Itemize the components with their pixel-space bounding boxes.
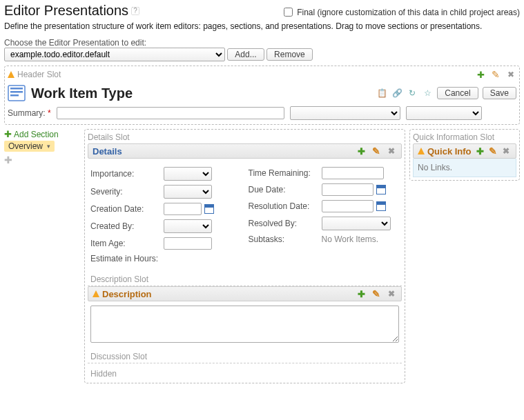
- calendar-icon[interactable]: [376, 185, 386, 194]
- description-textarea[interactable]: [90, 306, 399, 343]
- cancel-button[interactable]: Cancel: [437, 87, 478, 99]
- delete-icon[interactable]: [501, 146, 512, 157]
- description-slot-label: Description Slot: [88, 273, 402, 286]
- discussion-slot-label: Discussion Slot: [88, 350, 402, 363]
- svg-rect-3: [10, 94, 19, 97]
- details-slot-label: Details Slot: [88, 132, 130, 142]
- resolved-by-label: Resolved By:: [249, 219, 318, 228]
- help-icon[interactable]: ?: [131, 7, 139, 15]
- quick-info-header: Quick Information: [413, 143, 516, 159]
- created-by-label: Created By:: [90, 221, 159, 231]
- severity-select[interactable]: [164, 185, 212, 199]
- calendar-icon[interactable]: [376, 201, 386, 211]
- add-section-button[interactable]: Add Section: [4, 129, 80, 139]
- subtasks-value: No Work Items.: [322, 234, 400, 244]
- toolbar-icon-4[interactable]: ☆: [422, 88, 433, 99]
- details-slot: Details Slot Details Importance: Severit…: [84, 129, 405, 383]
- quick-info-body: No Links.: [413, 159, 516, 177]
- summary-select-2[interactable]: [406, 106, 482, 120]
- toolbar-icon-2[interactable]: 🔗: [391, 88, 402, 99]
- summary-select-1[interactable]: [290, 106, 400, 120]
- time-remaining-label: Time Remaining:: [249, 168, 318, 178]
- delete-icon[interactable]: [505, 69, 516, 80]
- hidden-slot-label: Hidden: [88, 368, 402, 380]
- quick-info-slot-label: Quick Information Slot: [413, 132, 494, 142]
- item-age-input[interactable]: [164, 237, 212, 250]
- tab-overview-label: Overview: [8, 141, 43, 151]
- delete-icon[interactable]: [386, 288, 397, 299]
- page-title: Editor Presentations ?: [4, 3, 139, 19]
- due-date-input[interactable]: [322, 183, 373, 196]
- header-slot: Header Slot Work Item Type 📋 🔗 ↻ ☆ Cance…: [4, 66, 520, 125]
- description-header: Description: [88, 286, 402, 301]
- add-icon[interactable]: [475, 69, 486, 80]
- item-age-label: Item Age:: [90, 239, 159, 248]
- estimate-label: Estimate in Hours:: [90, 254, 158, 263]
- page-title-text: Editor Presentations: [4, 3, 128, 19]
- sidebar: Add Section Overview ▾ ✚: [4, 129, 80, 166]
- toolbar-icon-1[interactable]: 📋: [376, 88, 387, 99]
- summary-input[interactable]: [57, 107, 284, 119]
- resolved-by-select[interactable]: [322, 217, 391, 230]
- due-date-label: Due Date:: [249, 185, 318, 194]
- toolbar-icon-3[interactable]: ↻: [407, 88, 418, 99]
- created-by-select[interactable]: [164, 219, 212, 233]
- final-checkbox[interactable]: [284, 8, 293, 17]
- svg-rect-2: [10, 91, 23, 93]
- chevron-down-icon: ▾: [47, 143, 50, 150]
- remove-editor-button[interactable]: Remove: [266, 48, 313, 61]
- edit-icon[interactable]: [371, 288, 382, 299]
- importance-label: Importance:: [90, 169, 159, 179]
- resolution-date-label: Resolution Date:: [249, 201, 318, 211]
- creation-date-label: Creation Date:: [90, 204, 159, 214]
- svg-rect-1: [10, 88, 23, 90]
- final-checkbox-label: Final (ignore customization of this data…: [297, 8, 520, 17]
- tab-overview[interactable]: Overview ▾: [4, 141, 55, 152]
- quick-info-slot: Quick Information Slot Quick Information…: [409, 129, 520, 181]
- calendar-icon[interactable]: [204, 204, 214, 214]
- details-header: Details: [88, 143, 402, 159]
- delete-icon[interactable]: [386, 146, 397, 157]
- work-item-type-icon: [8, 84, 26, 102]
- plus-icon: [4, 129, 12, 139]
- summary-label: Summary: *: [8, 108, 51, 118]
- resolution-date-input[interactable]: [322, 200, 373, 212]
- edit-icon[interactable]: [487, 146, 498, 157]
- subtasks-label: Subtasks:: [249, 234, 318, 244]
- importance-select[interactable]: [164, 167, 212, 181]
- page-description: Define the presentation structure of wor…: [4, 21, 520, 31]
- time-remaining-input[interactable]: [322, 167, 384, 179]
- add-icon[interactable]: [356, 288, 367, 299]
- editor-presentation-select[interactable]: example.todo.editor.default: [4, 48, 225, 61]
- final-checkbox-row[interactable]: Final (ignore customization of this data…: [281, 6, 520, 19]
- edit-icon[interactable]: [371, 146, 382, 157]
- header-slot-label: Header Slot: [17, 70, 61, 79]
- severity-label: Severity:: [90, 187, 159, 197]
- add-icon[interactable]: [474, 146, 485, 157]
- warning-icon: [93, 290, 99, 297]
- add-tab-icon[interactable]: ✚: [4, 154, 80, 166]
- warning-icon: [8, 71, 14, 78]
- edit-icon[interactable]: [490, 69, 501, 80]
- add-icon[interactable]: [356, 146, 367, 157]
- add-editor-button[interactable]: Add...: [227, 48, 264, 61]
- work-item-type-title: Work Item Type: [31, 86, 133, 101]
- creation-date-input[interactable]: [164, 203, 202, 215]
- add-section-label: Add Section: [14, 130, 59, 139]
- save-button[interactable]: Save: [483, 87, 516, 99]
- choose-editor-label: Choose the Editor Presentation to edit:: [4, 38, 146, 48]
- warning-icon: [418, 148, 425, 154]
